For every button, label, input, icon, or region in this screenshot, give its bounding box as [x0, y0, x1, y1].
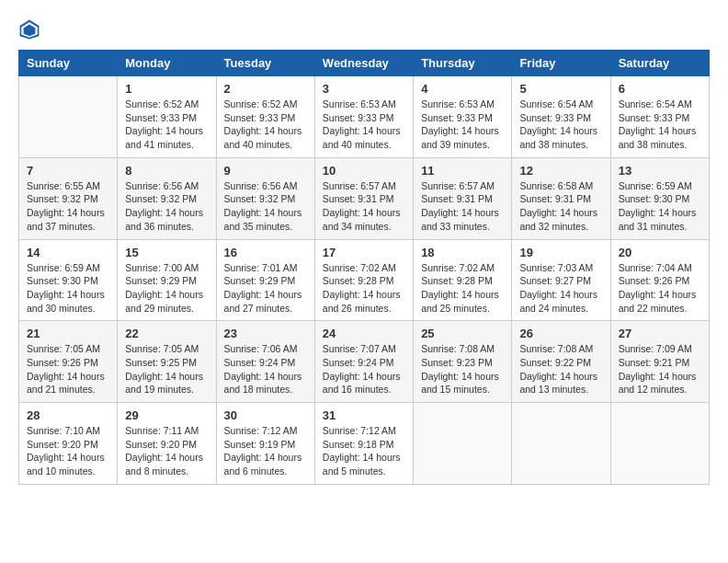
calendar-cell — [414, 403, 512, 485]
day-info: Sunrise: 6:57 AM Sunset: 9:31 PM Dayligh… — [323, 179, 405, 234]
calendar-cell: 29Sunrise: 7:11 AM Sunset: 9:20 PM Dayli… — [118, 403, 216, 485]
calendar-cell: 19Sunrise: 7:03 AM Sunset: 9:27 PM Dayli… — [512, 239, 610, 321]
header-cell-monday: Monday — [118, 51, 216, 76]
calendar-cell: 28Sunrise: 7:10 AM Sunset: 9:20 PM Dayli… — [19, 403, 118, 485]
calendar-cell: 6Sunrise: 6:54 AM Sunset: 9:33 PM Daylig… — [610, 76, 709, 158]
day-info: Sunrise: 6:59 AM Sunset: 9:30 PM Dayligh… — [619, 179, 701, 234]
day-info: Sunrise: 7:12 AM Sunset: 9:19 PM Dayligh… — [224, 424, 307, 478]
day-info: Sunrise: 7:02 AM Sunset: 9:28 PM Dayligh… — [421, 261, 504, 316]
day-info: Sunrise: 7:07 AM Sunset: 9:24 PM Dayligh… — [323, 342, 405, 396]
day-info: Sunrise: 6:53 AM Sunset: 9:33 PM Dayligh… — [421, 98, 504, 152]
day-info: Sunrise: 7:09 AM Sunset: 9:21 PM Dayligh… — [619, 342, 701, 396]
day-number: 10 — [323, 164, 405, 178]
calendar-cell: 7Sunrise: 6:55 AM Sunset: 9:32 PM Daylig… — [19, 157, 118, 239]
calendar-cell — [19, 76, 118, 158]
day-number: 8 — [125, 164, 208, 178]
header-cell-tuesday: Tuesday — [216, 51, 314, 76]
day-number: 28 — [27, 408, 109, 422]
day-number: 20 — [619, 246, 701, 259]
day-number: 11 — [421, 164, 504, 178]
calendar-cell: 16Sunrise: 7:01 AM Sunset: 9:29 PM Dayli… — [216, 239, 314, 321]
calendar-cell: 1Sunrise: 6:52 AM Sunset: 9:33 PM Daylig… — [118, 76, 216, 158]
calendar-cell: 8Sunrise: 6:56 AM Sunset: 9:32 PM Daylig… — [118, 157, 216, 239]
day-number: 19 — [519, 246, 602, 259]
calendar-cell: 15Sunrise: 7:00 AM Sunset: 9:29 PM Dayli… — [118, 239, 216, 321]
day-number: 18 — [421, 246, 504, 259]
calendar-cell: 13Sunrise: 6:59 AM Sunset: 9:30 PM Dayli… — [610, 157, 709, 239]
day-number: 15 — [125, 246, 208, 259]
day-number: 16 — [224, 246, 307, 259]
day-number: 23 — [224, 327, 307, 340]
day-info: Sunrise: 6:56 AM Sunset: 9:32 PM Dayligh… — [224, 179, 307, 234]
day-number: 9 — [224, 164, 307, 178]
calendar-week-row: 14Sunrise: 6:59 AM Sunset: 9:30 PM Dayli… — [19, 239, 710, 321]
day-info: Sunrise: 7:08 AM Sunset: 9:22 PM Dayligh… — [519, 342, 602, 396]
calendar-week-row: 28Sunrise: 7:10 AM Sunset: 9:20 PM Dayli… — [19, 403, 710, 485]
calendar-cell: 2Sunrise: 6:52 AM Sunset: 9:33 PM Daylig… — [216, 76, 314, 158]
calendar-cell: 14Sunrise: 6:59 AM Sunset: 9:30 PM Dayli… — [19, 239, 118, 321]
calendar-week-row: 1Sunrise: 6:52 AM Sunset: 9:33 PM Daylig… — [19, 76, 710, 158]
day-info: Sunrise: 7:00 AM Sunset: 9:29 PM Dayligh… — [125, 261, 208, 316]
calendar-cell: 22Sunrise: 7:05 AM Sunset: 9:25 PM Dayli… — [118, 321, 216, 403]
calendar-cell: 9Sunrise: 6:56 AM Sunset: 9:32 PM Daylig… — [216, 157, 314, 239]
calendar-week-row: 21Sunrise: 7:05 AM Sunset: 9:26 PM Dayli… — [19, 321, 710, 403]
calendar-cell: 5Sunrise: 6:54 AM Sunset: 9:33 PM Daylig… — [512, 76, 610, 158]
calendar-cell: 25Sunrise: 7:08 AM Sunset: 9:23 PM Dayli… — [414, 321, 512, 403]
calendar-cell: 3Sunrise: 6:53 AM Sunset: 9:33 PM Daylig… — [314, 76, 413, 158]
calendar-header-row: SundayMondayTuesdayWednesdayThursdayFrid… — [19, 51, 710, 76]
day-number: 22 — [125, 327, 208, 340]
calendar-cell: 10Sunrise: 6:57 AM Sunset: 9:31 PM Dayli… — [314, 157, 413, 239]
calendar-cell: 24Sunrise: 7:07 AM Sunset: 9:24 PM Dayli… — [314, 321, 413, 403]
day-number: 21 — [27, 327, 109, 340]
day-info: Sunrise: 6:52 AM Sunset: 9:33 PM Dayligh… — [125, 98, 208, 152]
calendar-cell: 12Sunrise: 6:58 AM Sunset: 9:31 PM Dayli… — [512, 157, 610, 239]
day-number: 24 — [323, 327, 405, 340]
day-number: 12 — [519, 164, 602, 178]
page-header — [18, 18, 710, 40]
calendar-cell: 18Sunrise: 7:02 AM Sunset: 9:28 PM Dayli… — [414, 239, 512, 321]
calendar-cell: 27Sunrise: 7:09 AM Sunset: 9:21 PM Dayli… — [610, 321, 709, 403]
day-info: Sunrise: 6:54 AM Sunset: 9:33 PM Dayligh… — [619, 98, 701, 152]
day-number: 4 — [421, 82, 504, 96]
day-info: Sunrise: 7:03 AM Sunset: 9:27 PM Dayligh… — [519, 261, 602, 316]
day-number: 31 — [323, 408, 405, 422]
day-info: Sunrise: 6:52 AM Sunset: 9:33 PM Dayligh… — [224, 98, 307, 152]
day-info: Sunrise: 6:57 AM Sunset: 9:31 PM Dayligh… — [421, 179, 504, 234]
day-number: 30 — [224, 408, 307, 422]
header-cell-thursday: Thursday — [414, 51, 512, 76]
calendar-cell: 30Sunrise: 7:12 AM Sunset: 9:19 PM Dayli… — [216, 403, 314, 485]
day-info: Sunrise: 6:56 AM Sunset: 9:32 PM Dayligh… — [125, 179, 208, 234]
day-info: Sunrise: 6:58 AM Sunset: 9:31 PM Dayligh… — [519, 179, 602, 234]
calendar-week-row: 7Sunrise: 6:55 AM Sunset: 9:32 PM Daylig… — [19, 157, 710, 239]
day-number: 26 — [519, 327, 602, 340]
calendar-cell: 21Sunrise: 7:05 AM Sunset: 9:26 PM Dayli… — [19, 321, 118, 403]
day-info: Sunrise: 6:59 AM Sunset: 9:30 PM Dayligh… — [27, 261, 109, 316]
day-info: Sunrise: 7:01 AM Sunset: 9:29 PM Dayligh… — [224, 261, 307, 316]
day-number: 29 — [125, 408, 208, 422]
day-info: Sunrise: 6:54 AM Sunset: 9:33 PM Dayligh… — [519, 98, 602, 152]
header-cell-saturday: Saturday — [610, 51, 709, 76]
day-info: Sunrise: 7:10 AM Sunset: 9:20 PM Dayligh… — [27, 424, 109, 478]
day-number: 1 — [125, 82, 208, 96]
day-number: 25 — [421, 327, 504, 340]
day-info: Sunrise: 6:53 AM Sunset: 9:33 PM Dayligh… — [323, 98, 405, 152]
calendar-cell: 26Sunrise: 7:08 AM Sunset: 9:22 PM Dayli… — [512, 321, 610, 403]
calendar-cell: 4Sunrise: 6:53 AM Sunset: 9:33 PM Daylig… — [414, 76, 512, 158]
calendar-table: SundayMondayTuesdayWednesdayThursdayFrid… — [18, 50, 710, 485]
calendar-cell: 31Sunrise: 7:12 AM Sunset: 9:18 PM Dayli… — [314, 403, 413, 485]
calendar-cell: 20Sunrise: 7:04 AM Sunset: 9:26 PM Dayli… — [610, 239, 709, 321]
calendar-cell — [512, 403, 610, 485]
header-cell-sunday: Sunday — [19, 51, 118, 76]
day-info: Sunrise: 7:08 AM Sunset: 9:23 PM Dayligh… — [421, 342, 504, 396]
header-cell-friday: Friday — [512, 51, 610, 76]
logo-icon — [18, 18, 40, 40]
day-info: Sunrise: 7:02 AM Sunset: 9:28 PM Dayligh… — [323, 261, 405, 316]
header-cell-wednesday: Wednesday — [314, 51, 413, 76]
day-number: 14 — [27, 246, 109, 259]
day-info: Sunrise: 7:05 AM Sunset: 9:25 PM Dayligh… — [125, 342, 208, 396]
calendar-cell: 17Sunrise: 7:02 AM Sunset: 9:28 PM Dayli… — [314, 239, 413, 321]
calendar-cell — [610, 403, 709, 485]
calendar-cell: 11Sunrise: 6:57 AM Sunset: 9:31 PM Dayli… — [414, 157, 512, 239]
day-info: Sunrise: 6:55 AM Sunset: 9:32 PM Dayligh… — [27, 179, 109, 234]
day-info: Sunrise: 7:12 AM Sunset: 9:18 PM Dayligh… — [323, 424, 405, 478]
